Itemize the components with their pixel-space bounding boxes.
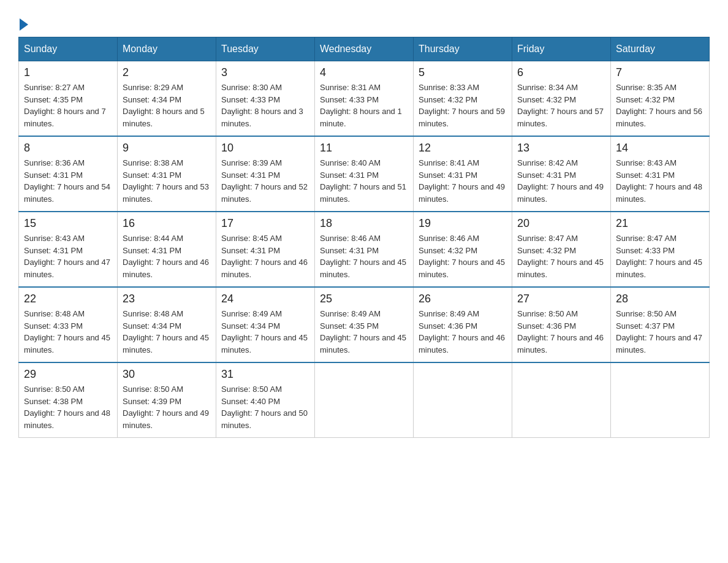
day-number: 6 bbox=[517, 66, 605, 79]
day-info: Sunrise: 8:45 AMSunset: 4:31 PMDaylight:… bbox=[221, 232, 309, 280]
calendar-cell: 25Sunrise: 8:49 AMSunset: 4:35 PMDayligh… bbox=[315, 287, 414, 362]
weekday-header-monday: Monday bbox=[118, 37, 216, 61]
calendar-cell: 24Sunrise: 8:49 AMSunset: 4:34 PMDayligh… bbox=[216, 287, 315, 362]
calendar-cell bbox=[512, 362, 611, 438]
logo bbox=[18, 12, 28, 31]
day-number: 10 bbox=[221, 142, 309, 155]
day-info: Sunrise: 8:34 AMSunset: 4:32 PMDaylight:… bbox=[517, 82, 605, 129]
day-number: 8 bbox=[24, 142, 112, 155]
calendar-cell bbox=[414, 362, 512, 438]
calendar-cell: 2Sunrise: 8:29 AMSunset: 4:34 PMDaylight… bbox=[118, 61, 216, 137]
day-info: Sunrise: 8:31 AMSunset: 4:33 PMDaylight:… bbox=[320, 82, 408, 129]
calendar-cell: 17Sunrise: 8:45 AMSunset: 4:31 PMDayligh… bbox=[216, 212, 315, 287]
day-number: 24 bbox=[221, 293, 309, 305]
day-info: Sunrise: 8:49 AMSunset: 4:36 PMDaylight:… bbox=[419, 308, 507, 356]
calendar-week-row: 29Sunrise: 8:50 AMSunset: 4:38 PMDayligh… bbox=[19, 362, 710, 438]
day-info: Sunrise: 8:46 AMSunset: 4:32 PMDaylight:… bbox=[419, 232, 507, 280]
day-info: Sunrise: 8:43 AMSunset: 4:31 PMDaylight:… bbox=[616, 157, 704, 205]
calendar-table: SundayMondayTuesdayWednesdayThursdayFrid… bbox=[18, 37, 710, 438]
day-info: Sunrise: 8:33 AMSunset: 4:32 PMDaylight:… bbox=[419, 82, 507, 129]
page-header bbox=[18, 12, 710, 31]
day-info: Sunrise: 8:42 AMSunset: 4:31 PMDaylight:… bbox=[517, 157, 605, 205]
day-number: 17 bbox=[221, 217, 309, 230]
day-info: Sunrise: 8:50 AMSunset: 4:38 PMDaylight:… bbox=[24, 383, 112, 431]
day-info: Sunrise: 8:46 AMSunset: 4:31 PMDaylight:… bbox=[320, 232, 408, 280]
day-info: Sunrise: 8:48 AMSunset: 4:34 PMDaylight:… bbox=[123, 308, 211, 356]
day-info: Sunrise: 8:30 AMSunset: 4:33 PMDaylight:… bbox=[221, 82, 309, 129]
day-info: Sunrise: 8:48 AMSunset: 4:33 PMDaylight:… bbox=[24, 308, 112, 356]
calendar-cell: 12Sunrise: 8:41 AMSunset: 4:31 PMDayligh… bbox=[414, 136, 512, 212]
calendar-cell: 28Sunrise: 8:50 AMSunset: 4:37 PMDayligh… bbox=[611, 287, 710, 362]
day-info: Sunrise: 8:35 AMSunset: 4:32 PMDaylight:… bbox=[616, 82, 704, 129]
day-info: Sunrise: 8:50 AMSunset: 4:37 PMDaylight:… bbox=[616, 308, 704, 356]
calendar-week-row: 8Sunrise: 8:36 AMSunset: 4:31 PMDaylight… bbox=[19, 136, 710, 212]
day-number: 12 bbox=[419, 142, 507, 155]
day-number: 11 bbox=[320, 142, 408, 155]
day-number: 9 bbox=[123, 142, 211, 155]
day-number: 21 bbox=[616, 217, 704, 230]
day-number: 26 bbox=[419, 293, 507, 305]
calendar-cell: 5Sunrise: 8:33 AMSunset: 4:32 PMDaylight… bbox=[414, 61, 512, 137]
calendar-cell: 1Sunrise: 8:27 AMSunset: 4:35 PMDaylight… bbox=[19, 61, 118, 137]
calendar-cell: 3Sunrise: 8:30 AMSunset: 4:33 PMDaylight… bbox=[216, 61, 315, 137]
calendar-cell: 30Sunrise: 8:50 AMSunset: 4:39 PMDayligh… bbox=[118, 362, 216, 438]
day-number: 14 bbox=[616, 142, 704, 155]
day-info: Sunrise: 8:47 AMSunset: 4:32 PMDaylight:… bbox=[517, 232, 605, 280]
day-number: 25 bbox=[320, 293, 408, 305]
day-number: 1 bbox=[24, 66, 112, 79]
day-info: Sunrise: 8:50 AMSunset: 4:36 PMDaylight:… bbox=[517, 308, 605, 356]
day-info: Sunrise: 8:50 AMSunset: 4:40 PMDaylight:… bbox=[221, 383, 309, 431]
calendar-cell: 26Sunrise: 8:49 AMSunset: 4:36 PMDayligh… bbox=[414, 287, 512, 362]
weekday-header-row: SundayMondayTuesdayWednesdayThursdayFrid… bbox=[19, 37, 710, 61]
day-info: Sunrise: 8:38 AMSunset: 4:31 PMDaylight:… bbox=[123, 157, 211, 205]
day-number: 23 bbox=[123, 293, 211, 305]
day-info: Sunrise: 8:41 AMSunset: 4:31 PMDaylight:… bbox=[419, 157, 507, 205]
day-number: 7 bbox=[616, 66, 704, 79]
day-info: Sunrise: 8:49 AMSunset: 4:34 PMDaylight:… bbox=[221, 308, 309, 356]
calendar-cell: 14Sunrise: 8:43 AMSunset: 4:31 PMDayligh… bbox=[611, 136, 710, 212]
calendar-cell: 20Sunrise: 8:47 AMSunset: 4:32 PMDayligh… bbox=[512, 212, 611, 287]
weekday-header-sunday: Sunday bbox=[19, 37, 118, 61]
calendar-week-row: 1Sunrise: 8:27 AMSunset: 4:35 PMDaylight… bbox=[19, 61, 710, 137]
day-info: Sunrise: 8:29 AMSunset: 4:34 PMDaylight:… bbox=[123, 82, 211, 129]
day-number: 13 bbox=[517, 142, 605, 155]
calendar-cell: 16Sunrise: 8:44 AMSunset: 4:31 PMDayligh… bbox=[118, 212, 216, 287]
day-number: 29 bbox=[24, 368, 112, 381]
calendar-cell: 27Sunrise: 8:50 AMSunset: 4:36 PMDayligh… bbox=[512, 287, 611, 362]
calendar-cell: 31Sunrise: 8:50 AMSunset: 4:40 PMDayligh… bbox=[216, 362, 315, 438]
day-info: Sunrise: 8:27 AMSunset: 4:35 PMDaylight:… bbox=[24, 82, 112, 129]
day-info: Sunrise: 8:36 AMSunset: 4:31 PMDaylight:… bbox=[24, 157, 112, 205]
calendar-cell: 29Sunrise: 8:50 AMSunset: 4:38 PMDayligh… bbox=[19, 362, 118, 438]
day-info: Sunrise: 8:39 AMSunset: 4:31 PMDaylight:… bbox=[221, 157, 309, 205]
calendar-cell: 10Sunrise: 8:39 AMSunset: 4:31 PMDayligh… bbox=[216, 136, 315, 212]
day-info: Sunrise: 8:47 AMSunset: 4:33 PMDaylight:… bbox=[616, 232, 704, 280]
calendar-cell: 23Sunrise: 8:48 AMSunset: 4:34 PMDayligh… bbox=[118, 287, 216, 362]
calendar-cell: 13Sunrise: 8:42 AMSunset: 4:31 PMDayligh… bbox=[512, 136, 611, 212]
day-info: Sunrise: 8:44 AMSunset: 4:31 PMDaylight:… bbox=[123, 232, 211, 280]
calendar-cell: 7Sunrise: 8:35 AMSunset: 4:32 PMDaylight… bbox=[611, 61, 710, 137]
logo-triangle-icon bbox=[20, 18, 28, 31]
calendar-cell: 15Sunrise: 8:43 AMSunset: 4:31 PMDayligh… bbox=[19, 212, 118, 287]
weekday-header-saturday: Saturday bbox=[611, 37, 710, 61]
day-number: 31 bbox=[221, 368, 309, 381]
calendar-cell: 21Sunrise: 8:47 AMSunset: 4:33 PMDayligh… bbox=[611, 212, 710, 287]
day-number: 15 bbox=[24, 217, 112, 230]
day-number: 28 bbox=[616, 293, 704, 305]
weekday-header-tuesday: Tuesday bbox=[216, 37, 315, 61]
day-number: 4 bbox=[320, 66, 408, 79]
day-number: 3 bbox=[221, 66, 309, 79]
calendar-cell: 8Sunrise: 8:36 AMSunset: 4:31 PMDaylight… bbox=[19, 136, 118, 212]
weekday-header-thursday: Thursday bbox=[414, 37, 512, 61]
calendar-week-row: 15Sunrise: 8:43 AMSunset: 4:31 PMDayligh… bbox=[19, 212, 710, 287]
calendar-cell bbox=[315, 362, 414, 438]
day-info: Sunrise: 8:43 AMSunset: 4:31 PMDaylight:… bbox=[24, 232, 112, 280]
calendar-cell: 22Sunrise: 8:48 AMSunset: 4:33 PMDayligh… bbox=[19, 287, 118, 362]
day-number: 2 bbox=[123, 66, 211, 79]
day-number: 18 bbox=[320, 217, 408, 230]
day-number: 16 bbox=[123, 217, 211, 230]
day-number: 19 bbox=[419, 217, 507, 230]
day-number: 30 bbox=[123, 368, 211, 381]
day-info: Sunrise: 8:49 AMSunset: 4:35 PMDaylight:… bbox=[320, 308, 408, 356]
day-number: 27 bbox=[517, 293, 605, 305]
calendar-cell bbox=[611, 362, 710, 438]
